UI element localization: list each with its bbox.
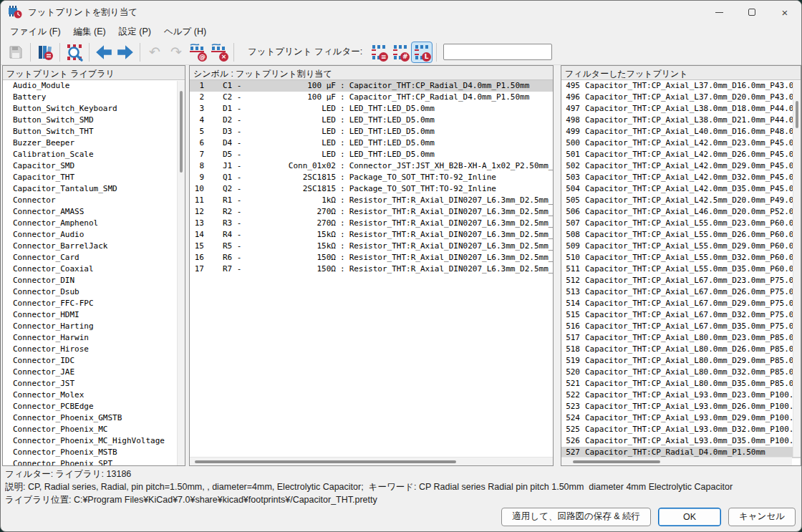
footprint-row[interactable]: 499Capacitor_THT:CP_Axial_L40.0mm_D16.0m… <box>561 126 801 137</box>
view-footprint-button[interactable] <box>64 42 85 63</box>
footprint-row[interactable]: 501Capacitor_THT:CP_Axial_L42.0mm_D26.0m… <box>561 149 801 160</box>
library-item[interactable]: Battery <box>3 92 185 103</box>
filtered-hscrollbar[interactable] <box>561 457 792 465</box>
redo-button[interactable]: ↷ <box>165 42 187 63</box>
library-item[interactable]: Button_Switch_SMD <box>3 115 185 126</box>
footprint-row[interactable]: 514Capacitor_THT:CP_Axial_L67.0mm_D29.0m… <box>561 298 801 309</box>
footprint-row[interactable]: 503Capacitor_THT:CP_Axial_L42.0mm_D32.0m… <box>561 172 801 183</box>
manage-libraries-button[interactable] <box>34 42 56 63</box>
library-item[interactable]: Connector_FFC-FPC <box>3 298 185 309</box>
library-item[interactable]: Capacitor_THT <box>3 172 185 183</box>
close-button[interactable]: × <box>768 1 801 24</box>
symbol-row[interactable]: 6D4 -LED:LED_THT:LED_D5.0mm <box>190 137 553 149</box>
footprint-row[interactable]: 516Capacitor_THT:CP_Axial_L67.0mm_D35.0m… <box>561 321 801 332</box>
library-item[interactable]: Connector <box>3 195 185 206</box>
library-item[interactable]: Connector_Phoenix_MC_HighVoltage <box>3 435 185 447</box>
filter-by-library-button[interactable]: L <box>411 42 433 63</box>
library-item[interactable]: Audio_Module <box>3 80 185 92</box>
filtered-hscroll-thumb[interactable] <box>573 460 660 463</box>
library-item[interactable]: Connector_Dsub <box>3 286 185 298</box>
footprint-row[interactable]: 500Capacitor_THT:CP_Axial_L42.0mm_D23.0m… <box>561 137 801 149</box>
symbol-row[interactable]: 1C1 -100 µF:Capacitor_THT:CP_Radial_D4.0… <box>190 80 553 92</box>
symbol-row[interactable]: 3D1 -LED:LED_THT:LED_D5.0mm <box>190 103 553 115</box>
symbol-row[interactable]: 14R4 -15kΩ:Resistor_THT:R_Axial_DIN0207_… <box>190 229 553 241</box>
library-item[interactable]: Button_Switch_Keyboard <box>3 103 185 115</box>
symbol-row[interactable]: 10Q2 -2SC1815:Package_TO_SOT_THT:TO-92_I… <box>190 183 553 195</box>
filter-by-keyword-button[interactable]: ≡ <box>368 42 390 63</box>
library-item[interactable]: Connector_Phoenix_MSTB <box>3 447 185 458</box>
filtered-vscroll-thumb[interactable] <box>796 101 798 128</box>
footprint-row[interactable]: 523Capacitor_THT:CP_Axial_L93.0mm_D26.0m… <box>561 401 801 412</box>
library-item[interactable]: Connector_JST <box>3 378 185 390</box>
symbol-row[interactable]: 12R2 -270Ω:Resistor_THT:R_Axial_DIN0207_… <box>190 206 553 218</box>
symbol-row[interactable]: 13R3 -270Ω:Resistor_THT:R_Axial_DIN0207_… <box>190 218 553 229</box>
library-item[interactable]: Connector_Card <box>3 252 185 263</box>
footprint-row[interactable]: 524Capacitor_THT:CP_Axial_L93.0mm_D29.0m… <box>561 412 801 424</box>
symbol-row[interactable]: 8J1 -Conn_01x02:Connector_JST:JST_XH_B2B… <box>190 160 553 172</box>
save-button[interactable] <box>5 42 26 63</box>
footprint-row[interactable]: 502Capacitor_THT:CP_Axial_L42.0mm_D29.0m… <box>561 160 801 172</box>
footprint-row[interactable]: 506Capacitor_THT:CP_Axial_L46.0mm_D20.0m… <box>561 206 801 218</box>
footprint-row[interactable]: 504Capacitor_THT:CP_Axial_L42.0mm_D35.0m… <box>561 183 801 195</box>
symbol-row[interactable]: 4D2 -LED:LED_THT:LED_D5.0mm <box>190 115 553 126</box>
footprint-row[interactable]: 515Capacitor_THT:CP_Axial_L67.0mm_D32.0m… <box>561 309 801 321</box>
library-item[interactable]: Connector_HDMI <box>3 309 185 321</box>
symbol-row[interactable]: 15R5 -15kΩ:Resistor_THT:R_Axial_DIN0207_… <box>190 241 553 252</box>
library-item[interactable]: Button_Switch_THT <box>3 126 185 137</box>
footprint-row[interactable]: 521Capacitor_THT:CP_Axial_L80.0mm_D35.0m… <box>561 378 801 390</box>
library-item[interactable]: Connector_Amphenol <box>3 218 185 229</box>
library-item[interactable]: Connector_DIN <box>3 275 185 286</box>
footprint-row[interactable]: 513Capacitor_THT:CP_Axial_L67.0mm_D26.0m… <box>561 286 801 298</box>
footprint-row[interactable]: 518Capacitor_THT:CP_Axial_L80.0mm_D26.0m… <box>561 344 801 355</box>
symbol-row[interactable]: 7D5 -LED:LED_THT:LED_D5.0mm <box>190 149 553 160</box>
library-item[interactable]: Connector_PCBEdge <box>3 401 185 412</box>
cancel-button[interactable]: キャンセル <box>728 508 796 526</box>
previous-symbol-button[interactable] <box>93 42 115 63</box>
library-item[interactable]: Buzzer_Beeper <box>3 137 185 149</box>
minimize-button[interactable] <box>702 1 735 24</box>
library-item[interactable]: Connector_Coaxial <box>3 263 185 275</box>
filter-by-pincount-button[interactable]: # <box>390 42 411 63</box>
footprint-row[interactable]: 520Capacitor_THT:CP_Axial_L80.0mm_D32.0m… <box>561 367 801 378</box>
library-item[interactable]: Connector_IDC <box>3 355 185 367</box>
menu-preferences[interactable]: 設定 (P) <box>112 24 158 39</box>
library-item[interactable]: Connector_Harting <box>3 321 185 332</box>
undo-button[interactable]: ↶ <box>144 42 165 63</box>
footprint-row[interactable]: 510Capacitor_THT:CP_Axial_L55.0mm_D32.0m… <box>561 252 801 263</box>
footprint-row[interactable]: 525Capacitor_THT:CP_Axial_L93.0mm_D32.0m… <box>561 424 801 435</box>
auto-associate-button[interactable]: @ <box>187 42 208 63</box>
footprint-search-input[interactable] <box>443 44 552 60</box>
library-vscrollbar[interactable] <box>177 81 185 465</box>
library-item[interactable]: Connector_AMASS <box>3 206 185 218</box>
library-item[interactable]: Connector_BarrelJack <box>3 241 185 252</box>
menu-edit[interactable]: 編集 (E) <box>67 24 112 39</box>
library-item[interactable]: Calibration_Scale <box>3 149 185 160</box>
library-item[interactable]: Connector_Hirose <box>3 344 185 355</box>
menu-file[interactable]: ファイル (F) <box>4 24 67 39</box>
footprint-row[interactable]: 505Capacitor_THT:CP_Axial_L42.5mm_D20.0m… <box>561 195 801 206</box>
footprint-row[interactable]: 509Capacitor_THT:CP_Axial_L55.0mm_D29.0m… <box>561 241 801 252</box>
symbol-row[interactable]: 11R1 -1kΩ:Resistor_THT:R_Axial_DIN0207_L… <box>190 195 553 206</box>
ok-button[interactable]: OK <box>658 508 721 526</box>
library-item[interactable]: Capacitor_Tantalum_SMD <box>3 183 185 195</box>
filtered-vscrollbar[interactable] <box>793 81 801 457</box>
footprint-row[interactable]: 517Capacitor_THT:CP_Axial_L80.0mm_D23.0m… <box>561 332 801 344</box>
library-item[interactable]: Capacitor_SMD <box>3 160 185 172</box>
delete-associations-button[interactable]: × <box>208 42 230 63</box>
library-item[interactable]: Connector_Harwin <box>3 332 185 344</box>
symbol-row[interactable]: 9Q1 -2SC1815:Package_TO_SOT_THT:TO-92_In… <box>190 172 553 183</box>
footprint-row[interactable]: 498Capacitor_THT:CP_Axial_L38.0mm_D21.0m… <box>561 115 801 126</box>
symbols-hscroll-thumb[interactable] <box>195 460 456 463</box>
maximize-button[interactable] <box>735 1 768 24</box>
next-symbol-button[interactable] <box>115 42 136 63</box>
library-vscroll-thumb[interactable] <box>180 91 183 173</box>
symbol-row[interactable]: 2C2 -100 µF:Capacitor_THT:CP_Radial_D4.0… <box>190 92 553 103</box>
footprint-row[interactable]: 496Capacitor_THT:CP_Axial_L37.0mm_D20.0m… <box>561 92 801 103</box>
apply-save-continue-button[interactable]: 適用して、回路図の保存 & 続行 <box>501 508 651 526</box>
panel-splitter[interactable] <box>554 65 561 466</box>
footprint-row[interactable]: 511Capacitor_THT:CP_Axial_L55.0mm_D35.0m… <box>561 263 801 275</box>
footprint-row[interactable]: 508Capacitor_THT:CP_Axial_L55.0mm_D26.0m… <box>561 229 801 241</box>
symbol-row[interactable]: 16R6 -150Ω:Resistor_THT:R_Axial_DIN0207_… <box>190 252 553 263</box>
footprint-row[interactable]: 526Capacitor_THT:CP_Axial_L93.0mm_D35.0m… <box>561 435 801 447</box>
library-item[interactable]: Connector_Audio <box>3 229 185 241</box>
